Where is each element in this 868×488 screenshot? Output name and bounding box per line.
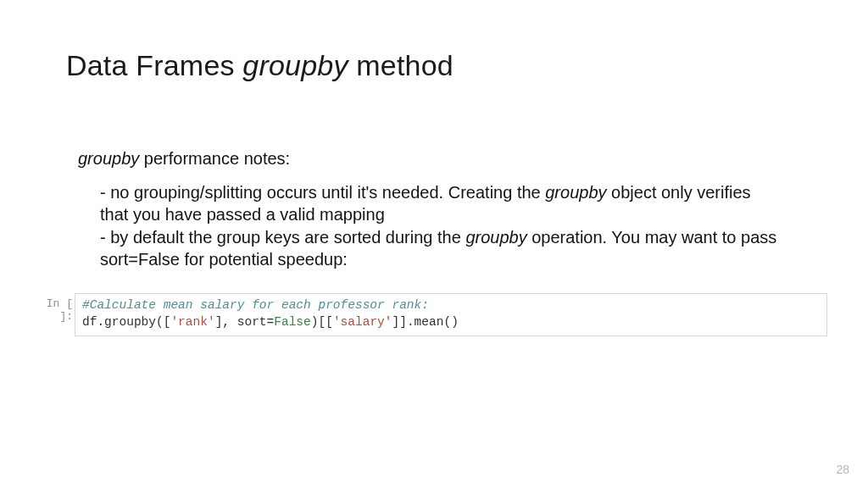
notes-heading-post: performance notes: [139, 149, 290, 168]
code-cell: In [ ]:#Calculate mean salary for each p… [29, 293, 843, 336]
notes-heading: groupby performance notes: [78, 149, 290, 169]
bullet1-pre: - no grouping/splitting occurs until it'… [100, 183, 545, 202]
bullet1-em: groupby [545, 183, 606, 202]
title-em: groupby [242, 49, 348, 81]
code-l2-rank: 'rank' [170, 315, 214, 329]
bullet2-pre: - by default the group keys are sorted d… [100, 228, 465, 247]
title-pre: Data Frames [66, 49, 242, 81]
code-l2-b: ], sort= [215, 315, 275, 329]
code-l2-c: )[[ [311, 315, 333, 329]
input-prompt: In [ ]: [29, 293, 75, 323]
code-l2-d: ]].mean() [392, 315, 459, 329]
bullet2-em: groupby [465, 228, 526, 247]
notes-body: - no grouping/splitting occurs until it'… [100, 181, 778, 271]
code-l2-salary: 'salary' [333, 315, 392, 329]
code-l2-false: False [274, 315, 311, 329]
code-box: #Calculate mean salary for each professo… [75, 293, 827, 336]
page-number: 28 [836, 463, 849, 476]
code-l2-a: df.groupby([ [82, 315, 170, 329]
title-post: method [348, 49, 453, 81]
code-comment: #Calculate mean salary for each professo… [82, 298, 429, 312]
slide: Data Frames groupby method groupby perfo… [0, 0, 868, 488]
slide-title: Data Frames groupby method [66, 49, 453, 82]
notes-heading-em: groupby [78, 149, 139, 168]
